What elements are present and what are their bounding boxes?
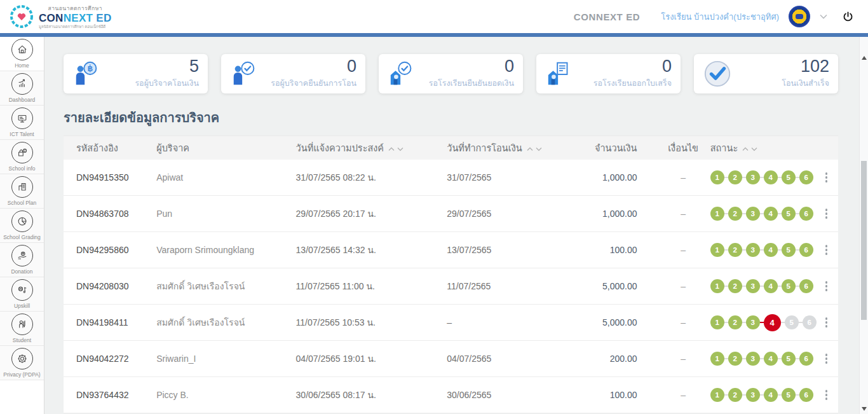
table-body: DN94915350Apiwat31/07/2565 08:22 น.31/07… [64,160,838,413]
cell-amount: 1,000.00 [575,209,656,219]
school-avatar[interactable] [789,6,810,27]
status-step-5: 5 [782,352,796,366]
row-menu-button[interactable] [815,351,838,366]
status-connector [796,286,799,287]
sidebar-item-label: Privacy (PDPA) [3,371,40,378]
sort-up-icon[interactable] [742,147,749,151]
sort-up-icon[interactable] [527,147,533,151]
cell-status: 123456 [707,314,811,331]
table-row: DN94198411สมศักดิ์ วิเศษเรืองโรจน์11/07/… [64,305,838,341]
cell-condition: – [656,245,706,255]
status-step-5: 5 [782,243,796,257]
cell-ref-code: DN93764432 [64,390,153,400]
status-step-4: 4 [764,279,778,293]
school-receipt-icon [545,59,574,88]
sidebar-item-school-info[interactable]: School info [0,140,44,174]
cell-transfer-date: 30/06/2565 [443,390,574,400]
status-connector [760,177,764,178]
stat-card-label: โอนเงินสำเร็จ [732,77,829,90]
stat-card-value: 0 [259,58,356,75]
donation-table: รหัสอ้างอิงผู้บริจาควันที่แจ้งความประสงค… [64,135,838,413]
status-connector [724,177,728,178]
cell-ref-code: DN94915350 [64,172,153,183]
scrollbar-thumb[interactable] [861,161,867,320]
table-row: DN94295860Varaporn Srimoungklang13/07/25… [64,232,838,268]
cell-request-date: 30/06/2565 08:17 น. [292,388,444,402]
row-menu-button[interactable] [815,279,838,294]
sidebar-item-donation[interactable]: Donation [0,243,44,277]
sidebar-item-school-plan[interactable]: School Plan [0,174,44,209]
connexted-logo-icon [9,4,34,29]
scroll-up-icon[interactable] [862,56,867,60]
sidebar-item-home[interactable]: Home [0,37,44,71]
sort-up-icon[interactable] [388,147,395,151]
sort-down-icon[interactable] [397,147,403,151]
cell-transfer-date: 29/07/2565 [443,209,574,219]
donor-transfer-icon: B [72,59,102,88]
cell-condition: – [656,317,706,328]
sidebar-item-school-grading[interactable]: School Grading [0,209,44,243]
cell-request-date: 11/07/2565 11:00 น. [292,279,444,293]
status-step-5: 5 [782,388,796,402]
row-menu-button[interactable] [815,242,838,258]
chevron-down-icon[interactable] [820,14,827,19]
cell-ref-code: DN94295860 [64,245,153,255]
sidebar-item-ict-talent[interactable]: ICT Talent [0,106,44,140]
transfer-success-icon [703,59,732,88]
status-connector [796,249,799,251]
cell-status: 123456 [707,207,811,221]
status-step-5: 5 [782,207,796,221]
status-connector [778,394,782,396]
school-plan-icon [11,176,33,198]
status-connector [796,177,799,178]
stat-card-4: 102โอนเงินสำเร็จ [694,54,838,93]
row-menu-button[interactable] [815,206,838,221]
cell-transfer-date: 31/07/2565 [443,172,574,183]
upskill-icon [11,279,33,301]
row-menu-button[interactable] [815,170,838,185]
status-connector [760,322,764,323]
status-step-4: 4 [764,388,778,402]
status-step-2: 2 [728,243,742,257]
status-connector [724,286,728,287]
app-name: CONNEXT ED [574,11,640,22]
table-row: DN93764432Piccy B.30/06/2565 08:17 น.30/… [64,377,838,413]
table-row: DN94863708Pun29/07/2565 20:17 น.29/07/25… [64,196,838,232]
sidebar-item-dashboard[interactable]: Dashboard [0,71,44,106]
sidebar-item-student[interactable]: Student [0,312,44,346]
connexted-logo[interactable]: สานอนาคตการศึกษา CONNEXT ED มูลนิธิสานอน… [9,4,111,30]
vertical-scrollbar[interactable] [859,37,868,414]
cell-condition: – [656,172,706,183]
column-header-amount: จำนวนเงิน [575,141,656,155]
home-icon [11,39,33,60]
cell-amount: 1,000.00 [575,172,656,183]
stat-card-label: รอผู้บริจาคโอนเงิน [102,77,199,90]
cell-status: 123456 [707,352,811,366]
stat-card-value: 5 [102,58,199,75]
status-step-1: 1 [710,352,724,366]
row-menu-button[interactable] [815,387,838,403]
sidebar-item-upskill[interactable]: Upskill [0,277,44,312]
status-step-1: 1 [710,279,724,293]
table-row: DN94915350Apiwat31/07/2565 08:22 น.31/07… [64,160,838,196]
status-connector [778,213,782,214]
status-step-5: 5 [782,279,796,293]
status-step-3: 3 [746,170,760,184]
status-step-1: 1 [710,315,724,329]
status-step-3: 3 [746,388,760,402]
ict-talent-icon [11,107,33,129]
sort-down-icon[interactable] [751,147,757,151]
sidebar-item-privacy-pdpa[interactable]: Privacy (PDPA) [0,346,44,380]
row-menu-button[interactable] [815,315,838,330]
cell-condition: – [656,390,706,400]
power-icon[interactable] [842,11,854,23]
scroll-down-icon[interactable] [862,407,867,411]
column-header-condition: เงื่อนไข [656,141,706,155]
logo-thai-title: สานอนาคตการศึกษา [39,4,111,13]
stat-card-label: รอผู้บริจาคยืนยันการโอน [259,77,356,90]
cell-status: 123456 [707,170,811,184]
school-confirm-icon [388,59,417,88]
sort-down-icon[interactable] [536,147,542,151]
status-step-3: 3 [746,207,760,221]
cell-status: 123456 [707,243,811,257]
